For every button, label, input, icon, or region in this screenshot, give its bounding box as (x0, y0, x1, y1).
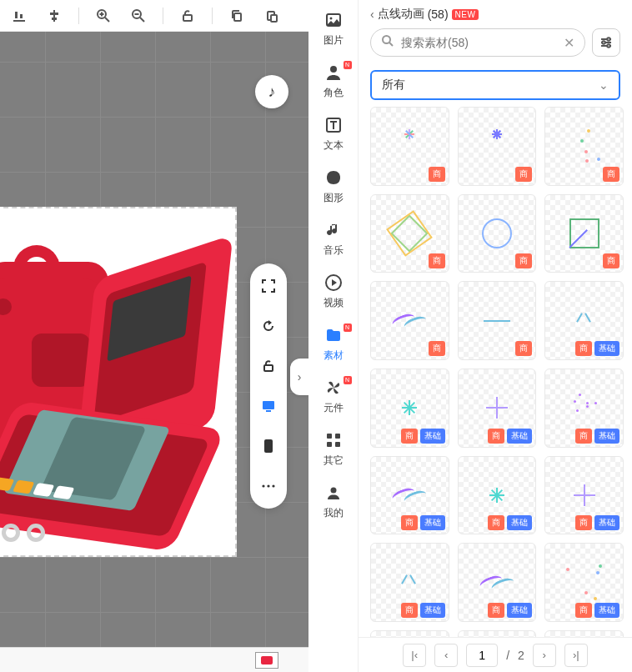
category-character[interactable]: N角色 (313, 63, 354, 100)
pager: |‹ ‹ / 2 › ›| (359, 637, 632, 672)
breadcrumb[interactable]: ‹ 点线动画(58) NEW (370, 7, 620, 22)
floating-toolbar (250, 263, 287, 509)
category-sidebar: 图片N角色文本图形音乐视频N素材N元件其它我的 (308, 0, 359, 672)
copy-icon[interactable] (224, 3, 249, 28)
svg-point-44 (602, 41, 605, 44)
top-toolbar (0, 0, 308, 32)
asset-card[interactable]: 商 (458, 107, 537, 186)
category-label: 视频 (324, 296, 344, 310)
asset-preview (474, 123, 521, 170)
asset-card[interactable] (370, 630, 449, 637)
more-icon[interactable] (258, 475, 279, 497)
asset-card[interactable]: 商 (544, 194, 624, 273)
page-thumbnail[interactable] (255, 652, 278, 669)
category-image[interactable]: 图片 (313, 10, 354, 48)
svg-rect-16 (271, 15, 277, 22)
new-badge-icon: N (344, 323, 352, 332)
asset-card[interactable]: 商 (370, 107, 449, 186)
music-icon (324, 220, 344, 240)
asset-card[interactable]: 商基础 (370, 369, 449, 448)
panel-collapse-handle[interactable]: › (290, 359, 308, 395)
tag-badge: 商 (429, 341, 445, 356)
category-widget[interactable]: N元件 (313, 378, 354, 415)
asset-preview (386, 123, 434, 170)
asset-card[interactable]: 商 (370, 194, 449, 273)
tag-badge: 商 (515, 341, 532, 356)
asset-card[interactable]: 商基础 (544, 543, 624, 622)
asset-preview (560, 472, 608, 519)
rotate-icon[interactable] (258, 315, 279, 337)
lock-icon[interactable] (258, 355, 279, 377)
asset-card[interactable] (544, 630, 624, 637)
align-center-icon[interactable] (42, 3, 67, 28)
canvas[interactable]: ♪ › (0, 32, 308, 672)
category-text[interactable]: 文本 (313, 115, 354, 153)
asset-panel: ‹ 点线动画(58) NEW ✕ 所有 ⌄ 商商商商商商商商商基础商基础商基础商… (359, 0, 632, 672)
category-music[interactable]: 音乐 (313, 220, 354, 258)
asset-card[interactable]: 商基础 (544, 456, 624, 535)
svg-point-23 (272, 484, 274, 487)
search-input[interactable] (401, 36, 557, 49)
person-icon (324, 483, 344, 503)
svg-rect-18 (263, 401, 274, 409)
pager-sep: / (506, 649, 509, 662)
folder-icon (324, 325, 344, 345)
music-toggle-icon[interactable]: ♪ (255, 75, 288, 108)
pager-last-icon[interactable]: ›| (564, 644, 588, 667)
filter-icon[interactable] (592, 28, 620, 57)
new-badge-icon: N (344, 376, 352, 384)
asset-card[interactable]: 商 (544, 107, 624, 186)
asset-card[interactable]: 商 (458, 194, 537, 273)
dropdown-selected: 所有 (382, 78, 405, 93)
category-label: 素材 (324, 349, 344, 363)
unlock-icon[interactable] (175, 3, 200, 28)
display-icon[interactable] (258, 395, 279, 417)
asset-preview (560, 559, 608, 606)
tag-badge: 商 (515, 167, 532, 182)
breadcrumb-title: 点线动画 (378, 7, 424, 22)
align-bottom-icon[interactable] (7, 3, 32, 28)
category-asset[interactable]: N素材 (313, 325, 354, 363)
category-mine[interactable]: 我的 (313, 483, 354, 520)
asset-card[interactable]: 商基础 (544, 369, 624, 448)
asset-card[interactable]: 商基础 (458, 456, 537, 535)
search-input-wrapper: ✕ (370, 28, 585, 57)
asset-preview (386, 297, 434, 344)
text-icon (324, 115, 344, 135)
pager-total: 2 (518, 649, 524, 662)
asset-card[interactable]: 商基础 (458, 369, 537, 448)
pager-next-icon[interactable]: › (533, 644, 556, 667)
category-shape[interactable]: 图形 (313, 168, 354, 205)
pager-prev-icon[interactable]: ‹ (434, 644, 458, 667)
grid-icon (324, 430, 344, 450)
category-other[interactable]: 其它 (313, 430, 354, 468)
back-icon[interactable]: ‹ (370, 8, 374, 21)
svg-point-43 (607, 38, 610, 41)
svg-line-11 (140, 18, 144, 22)
svg-point-28 (330, 66, 337, 73)
new-badge: NEW (452, 9, 479, 20)
zoom-out-icon[interactable] (126, 3, 151, 28)
category-video[interactable]: 视频 (313, 273, 354, 310)
aed-illustration (0, 208, 235, 555)
zoom-in-icon[interactable] (91, 3, 116, 28)
category-dropdown[interactable]: 所有 ⌄ (370, 70, 620, 100)
selected-object[interactable] (0, 207, 237, 557)
asset-grid: 商商商商商商商商商基础商基础商基础商基础商基础商基础商基础商基础商基础商基础 (370, 107, 624, 637)
paste-icon[interactable] (259, 3, 284, 28)
clear-icon[interactable]: ✕ (564, 35, 574, 51)
pager-first-icon[interactable]: |‹ (403, 644, 426, 667)
asset-card[interactable]: 商基础 (370, 543, 449, 622)
asset-card[interactable]: 商基础 (544, 281, 624, 360)
fullscreen-icon[interactable] (258, 275, 279, 297)
pager-current[interactable] (466, 644, 498, 667)
asset-card[interactable]: 商基础 (370, 456, 449, 535)
category-label: 元件 (324, 401, 344, 415)
asset-card[interactable]: 商基础 (458, 543, 537, 622)
asset-preview (386, 472, 434, 519)
pinwheel-icon (324, 378, 344, 398)
phone-icon[interactable] (258, 435, 279, 457)
asset-card[interactable] (458, 630, 537, 637)
asset-card[interactable]: 商 (370, 281, 449, 360)
asset-card[interactable]: 商 (458, 281, 537, 360)
